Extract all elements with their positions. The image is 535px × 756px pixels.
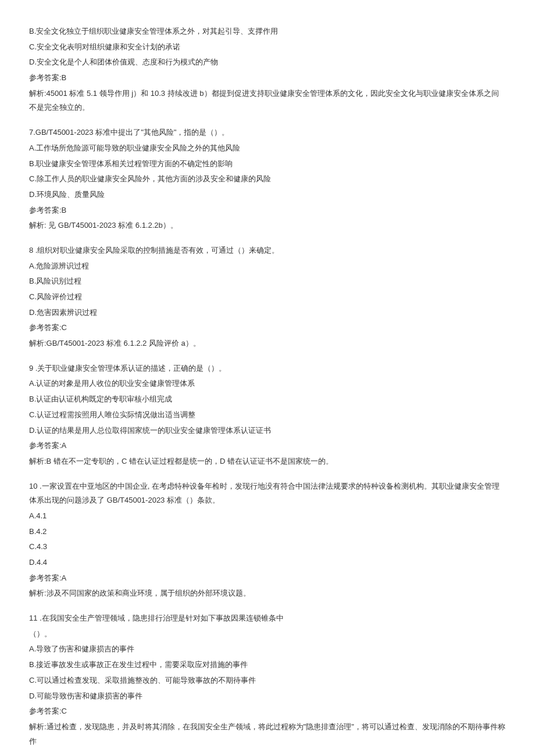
answer: 参考答案:A: [29, 571, 506, 586]
option-b: B.风险识别过程: [29, 274, 506, 289]
stem: 10 .一家设置在中亚地区的中国企业, 在考虑特种设备年检时，发现行地没有符合中…: [29, 479, 506, 508]
question-7: 7.GB/T45001-2023 标准中提出了"其他风险"，指的是（）。 A.工…: [29, 126, 506, 233]
option-a: A.认证的对象是用人收位的职业安全健康管理体系: [29, 377, 506, 391]
option-b: B.安全文化独立于组织职业健康安全管理体系之外，对其起引导、支撑作用: [29, 24, 506, 39]
stem: 11 .在我国安全生产管理领域，隐患排行治理是针对如下事故因果连锁锥条中: [29, 611, 506, 626]
stem: 9 .关于职业健康安全管理体系认证的描述，正确的是（）。: [29, 361, 506, 376]
option-a: A.4.1: [29, 509, 506, 524]
question-11: 11 .在我国安全生产管理领域，隐患排行治理是针对如下事故因果连锁锥条中 （）。…: [29, 611, 506, 748]
question-10: 10 .一家设置在中亚地区的中国企业, 在考虑特种设备年检时，发现行地没有符合中…: [29, 479, 506, 601]
option-d: D.认证的结果是用人总位取得国家统一的职业安全健康管理体系认证证书: [29, 424, 506, 438]
explanation: 解析:B 错在不一定专职的，C 错在认证过程都是统一的，D 错在认证证书不是国家…: [29, 454, 506, 469]
answer: 参考答案:C: [29, 704, 506, 719]
answer: 参考答案:A: [29, 439, 506, 453]
answer: 参考答案:B: [29, 71, 506, 85]
explanation: 解析:GB/T45001-2023 标准 6.1.2.2 风险评价 a）。: [29, 336, 506, 351]
answer: 参考答案:B: [29, 203, 506, 218]
option-b: B.接近事故发生或事故正在发生过程中，需要采取应对措施的事件: [29, 658, 506, 672]
question-9: 9 .关于职业健康安全管理体系认证的描述，正确的是（）。 A.认证的对象是用人收…: [29, 361, 506, 469]
option-c: C.认证过程需按照用人唯位实际情况做出适当调整: [29, 408, 506, 422]
explanation: 解析:通过检查，发现隐患，并及时将其消除，在我国安全生产领域，将此过程称为"隐患…: [29, 720, 506, 748]
option-c: C.风险评价过程: [29, 290, 506, 304]
question-8: 8 .组织对职业健康安全风险采取的控制措施是否有效，可通过（）来确定。 A.危险…: [29, 243, 506, 351]
option-c: C.可以通过检查发现、采取措施整改的、可能导致事故的不期待事件: [29, 673, 506, 688]
option-d: D.环境风险、质量风险: [29, 188, 506, 202]
stem-line2: （）。: [29, 627, 506, 642]
option-d: D.安全文化是个人和团体价值观、态度和行为模式的产物: [29, 55, 506, 70]
option-b: B.认证由认证机构既定的专职审核小组完成: [29, 392, 506, 407]
option-b: B.职业健康安全管理体系相关过程管理方面的不确定性的影响: [29, 157, 506, 171]
question-6-tail: B.安全文化独立于组织职业健康安全管理体系之外，对其起引导、支撑作用 C.安全文…: [29, 24, 506, 115]
option-a: A.危险源辨识过程: [29, 259, 506, 274]
option-d: D.4.4: [29, 556, 506, 570]
option-c: C.除工作人员的职业健康安全风险外，其他方面的涉及安全和健康的风险: [29, 172, 506, 187]
stem: 7.GB/T45001-2023 标准中提出了"其他风险"，指的是（）。: [29, 126, 506, 140]
answer: 参考答案:C: [29, 321, 506, 335]
explanation: 解析: 见 GB/T45001-2023 标准 6.1.2.2b）。: [29, 218, 506, 233]
option-d: D.可能导致伤害和健康损害的事件: [29, 689, 506, 704]
option-b: B.4.2: [29, 525, 506, 539]
option-c: C.安全文化表明对组织健康和安全计划的承诺: [29, 40, 506, 55]
stem: 8 .组织对职业健康安全风险采取的控制措施是否有效，可通过（）来确定。: [29, 243, 506, 258]
option-d: D.危害因素辨识过程: [29, 306, 506, 320]
explanation: 解析:涉及不同国家的政策和商业环境，属于组织的外部环境议题。: [29, 586, 506, 601]
option-c: C.4.3: [29, 540, 506, 554]
option-a: A.导致了伤害和健康损吉的事件: [29, 642, 506, 657]
option-a: A.工作场所危险源可能导致的职业健康安全风险之外的其他风险: [29, 141, 506, 156]
explanation: 解析:45001 标准 5.1 领导作用 j）和 10.3 持续改进 b）都提到…: [29, 87, 506, 115]
